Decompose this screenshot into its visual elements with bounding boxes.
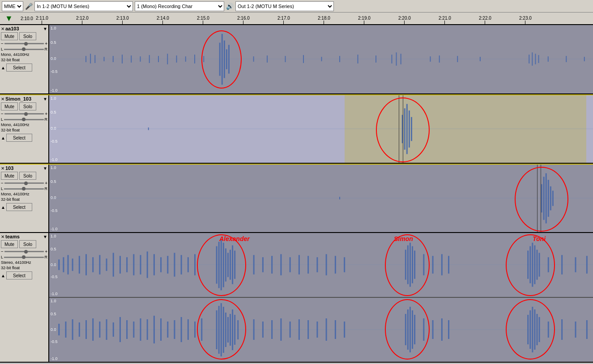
- select-arrow-teams[interactable]: ▲: [1, 273, 5, 278]
- select-button-aa103[interactable]: Select: [6, 63, 32, 72]
- svg-rect-83: [221, 240, 222, 290]
- svg-rect-86: [227, 253, 229, 277]
- svg-rect-92: [271, 256, 273, 273]
- recording-channel-select[interactable]: 1 (Mono) Recording Char: [135, 1, 224, 11]
- ruler-tick-5: 2:16.0: [237, 16, 250, 24]
- svg-rect-35: [480, 57, 481, 61]
- svg-rect-74: [154, 254, 155, 275]
- mute-button-103[interactable]: Mute: [1, 172, 18, 180]
- svg-rect-153: [253, 319, 255, 340]
- svg-rect-105: [414, 250, 415, 279]
- select-arrow-simon103[interactable]: ▲: [1, 135, 5, 140]
- svg-rect-114: [536, 250, 538, 279]
- svg-rect-176: [534, 309, 535, 350]
- svg-rect-95: [299, 255, 300, 274]
- solo-button-103[interactable]: Solo: [19, 172, 36, 180]
- svg-rect-102: [407, 245, 409, 284]
- track-controls-103: ✕ 103 ▼ Mute Solo − + L R: [0, 165, 49, 232]
- svg-rect-10: [158, 56, 159, 62]
- svg-rect-125: [85, 320, 87, 339]
- svg-rect-94: [290, 257, 291, 272]
- driver-select[interactable]: MME: [2, 1, 23, 11]
- solo-button-teams[interactable]: Solo: [19, 240, 36, 248]
- mute-button-aa103[interactable]: Mute: [1, 32, 18, 40]
- svg-rect-57: [552, 190, 554, 206]
- svg-rect-108: [441, 254, 443, 275]
- select-button-teams[interactable]: Select: [6, 271, 32, 279]
- solo-button-aa103[interactable]: Solo: [19, 32, 36, 40]
- svg-rect-61: [68, 255, 69, 274]
- svg-rect-52: [541, 184, 542, 212]
- svg-rect-132: [133, 322, 134, 338]
- mute-button-teams[interactable]: Mute: [1, 240, 18, 248]
- waveform-svg-teams-ch1: [49, 233, 593, 297]
- svg-rect-81: [216, 246, 218, 284]
- svg-rect-45: [402, 115, 403, 143]
- select-button-103[interactable]: Select: [6, 203, 32, 211]
- svg-rect-182: [586, 320, 588, 339]
- ruler-ticks: 2:11.02:12.02:13.02:14.02:15.02:16.02:17…: [36, 13, 593, 24]
- svg-rect-128: [106, 319, 107, 340]
- track-dropdown-teams[interactable]: ▼: [43, 234, 47, 239]
- svg-rect-9: [149, 55, 150, 63]
- svg-rect-29: [391, 55, 392, 63]
- svg-rect-65: [92, 257, 94, 272]
- svg-rect-79: [188, 257, 189, 272]
- svg-rect-119: [586, 256, 588, 273]
- track-close-teams[interactable]: ✕: [1, 234, 4, 239]
- svg-rect-36: [529, 55, 529, 63]
- track-dropdown-103[interactable]: ▼: [43, 166, 47, 171]
- svg-rect-181: [575, 322, 576, 338]
- select-arrow-aa103[interactable]: ▲: [1, 65, 5, 70]
- select-arrow-103[interactable]: ▲: [1, 205, 5, 210]
- solo-button-simon103[interactable]: Solo: [19, 102, 36, 110]
- track-close-aa103[interactable]: ✕: [1, 26, 4, 31]
- svg-rect-71: [133, 254, 134, 275]
- track-teams: ✕ teams ▼ Mute Solo − + L R: [0, 233, 593, 363]
- svg-rect-147: [225, 313, 226, 347]
- svg-rect-37: [532, 52, 533, 66]
- waveform-simon103: 1.0 0.5 0.0 -0.5 -1.0: [49, 95, 593, 163]
- svg-rect-145: [221, 303, 222, 356]
- svg-rect-172: [448, 320, 449, 339]
- svg-rect-27: [358, 55, 358, 63]
- svg-rect-170: [432, 320, 434, 339]
- svg-rect-76: [167, 256, 168, 273]
- pan-l-103: L: [1, 186, 3, 191]
- output-select[interactable]: Out 1-2 (MOTU M Series): [235, 1, 334, 11]
- svg-rect-146: [223, 307, 224, 353]
- pan-l-simon103: L: [1, 117, 3, 122]
- svg-rect-152: [237, 320, 239, 339]
- waveform-teams-ch2: 1.0 0.5 0.0 -0.5 -1.0: [49, 298, 593, 362]
- mute-button-simon103[interactable]: Mute: [1, 102, 18, 110]
- svg-rect-154: [262, 322, 264, 338]
- svg-rect-180: [561, 319, 563, 340]
- svg-rect-31: [401, 54, 401, 64]
- waveform-teams-ch1: 1.0 0.5 0.0 -0.5 -1.0: [49, 233, 593, 298]
- track-name-simon103: Simon_103: [4, 96, 43, 102]
- svg-rect-96: [307, 256, 309, 273]
- svg-rect-6: [122, 55, 123, 63]
- track-close-simon103[interactable]: ✕: [1, 97, 4, 102]
- track-dropdown-aa103[interactable]: ▼: [43, 26, 47, 31]
- track-name-aa103: aa103: [4, 26, 43, 31]
- svg-rect-47: [406, 104, 408, 154]
- svg-rect-149: [230, 314, 231, 346]
- svg-rect-40: [548, 56, 549, 62]
- svg-rect-2: [90, 54, 91, 63]
- svg-rect-150: [232, 309, 233, 350]
- svg-rect-34: [457, 56, 458, 62]
- gain-minus-aa103: −: [1, 41, 4, 46]
- mic-icon: 🎤: [25, 3, 33, 10]
- svg-rect-72: [140, 255, 141, 274]
- input-select[interactable]: In 1-2 (MOTU M Series): [34, 1, 133, 11]
- track-dropdown-simon103[interactable]: ▼: [43, 97, 47, 102]
- svg-rect-148: [227, 317, 229, 343]
- svg-rect-25: [321, 57, 322, 61]
- svg-rect-143: [216, 310, 218, 349]
- track-close-103[interactable]: ✕: [1, 166, 4, 171]
- select-button-simon103[interactable]: Select: [6, 134, 32, 142]
- svg-rect-169: [423, 318, 424, 341]
- svg-rect-60: [63, 257, 64, 272]
- svg-rect-48: [409, 110, 410, 148]
